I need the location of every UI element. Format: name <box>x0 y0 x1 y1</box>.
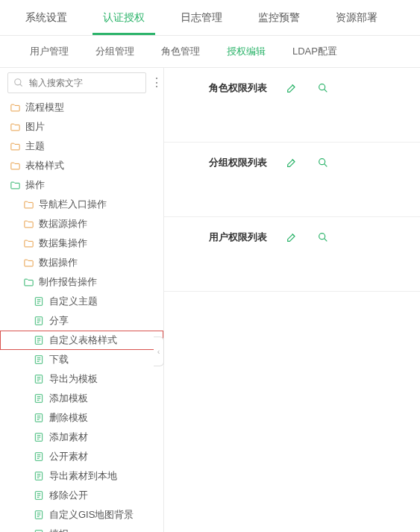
tree-item-label: 自定义主题 <box>49 295 98 308</box>
tree-file[interactable]: 自定义GIS地图背景 <box>0 505 163 525</box>
permission-title: 角色权限列表 <box>209 81 267 95</box>
more-icon[interactable]: ⋮ <box>151 77 163 89</box>
sidebar: ⋮ 流程模型图片主题表格样式操作导航栏入口操作数据源操作数据集操作数据操作制作报… <box>0 68 164 532</box>
tree-folder[interactable]: 图片 <box>0 117 163 137</box>
tree-folder[interactable]: 制作报告操作 <box>0 272 163 292</box>
tree-file[interactable]: 导出为模板 <box>0 369 163 389</box>
search-box[interactable] <box>7 72 146 93</box>
folder-closed-icon <box>22 237 34 249</box>
file-icon <box>33 295 45 307</box>
search-input[interactable] <box>29 78 141 88</box>
top-tab-0[interactable]: 系统设置 <box>15 0 78 35</box>
file-icon <box>33 470 45 482</box>
tree-file[interactable]: 删除模板 <box>0 408 163 428</box>
content-panel: 角色权限列表分组权限列表用户权限列表 <box>164 68 420 532</box>
tree-item-label: 数据操作 <box>39 256 78 269</box>
sub-tab-3[interactable]: 授权编辑 <box>227 45 266 58</box>
file-icon <box>33 412 45 424</box>
file-icon <box>33 354 45 366</box>
tree-item-label: 表格样式 <box>25 159 64 172</box>
tree-file[interactable]: 添加素材 <box>0 428 163 447</box>
tree-item-label: 数据集操作 <box>39 237 87 250</box>
svg-point-0 <box>15 79 21 85</box>
sub-tab-0[interactable]: 用户管理 <box>30 45 69 58</box>
permission-title: 分组权限列表 <box>209 156 267 169</box>
tree-file[interactable]: 自定义表格样式 <box>0 331 163 350</box>
tree-folder[interactable]: 数据源操作 <box>0 214 163 234</box>
tree-folder[interactable]: 导航栏入口操作 <box>0 195 163 214</box>
search-icon[interactable] <box>316 156 330 169</box>
folder-open-icon <box>9 179 21 191</box>
svg-line-1 <box>20 84 22 87</box>
tree-folder[interactable]: 主题 <box>0 137 163 156</box>
tree-item-label: 主题 <box>25 140 45 153</box>
folder-closed-icon <box>9 101 21 113</box>
tree-item-label: 导出为模板 <box>49 372 98 386</box>
sidebar-collapse-handle[interactable]: ‹ <box>154 337 164 366</box>
search-icon[interactable] <box>316 231 330 244</box>
sub-tab-4[interactable]: LDAP配置 <box>292 45 337 58</box>
svg-point-15 <box>319 84 325 90</box>
top-tabs: 系统设置认证授权日志管理监控预警资源部署 <box>0 0 420 36</box>
edit-icon[interactable] <box>285 156 298 169</box>
file-icon <box>33 315 45 327</box>
tree-folder[interactable]: 数据操作 <box>0 253 163 272</box>
tree-item-label: 流程模型 <box>25 101 64 114</box>
tree-item-label: 下载 <box>49 353 69 366</box>
svg-line-18 <box>325 164 327 167</box>
file-icon <box>33 528 45 532</box>
tree-folder[interactable]: 数据集操作 <box>0 234 163 253</box>
folder-closed-icon <box>22 257 34 269</box>
search-icon[interactable] <box>316 81 330 95</box>
sub-tab-1[interactable]: 分组管理 <box>95 45 134 58</box>
top-tab-1[interactable]: 认证授权 <box>93 0 155 35</box>
tree-folder[interactable]: 流程模型 <box>0 98 163 117</box>
file-icon <box>33 509 45 521</box>
file-icon <box>33 334 45 346</box>
permission-block: 分组权限列表 <box>164 143 420 217</box>
tree-item-label: 图片 <box>25 120 45 134</box>
tree-item-label: 制作报告操作 <box>39 275 97 289</box>
tree-item-label: 数据源操作 <box>39 217 87 231</box>
folder-closed-icon <box>9 160 21 172</box>
svg-point-19 <box>319 234 325 240</box>
tree-folder[interactable]: 操作 <box>0 175 163 195</box>
tree-file[interactable]: 分享 <box>0 311 163 331</box>
tree-item-label: 移除公开 <box>49 489 88 502</box>
folder-closed-icon <box>22 218 34 230</box>
tree-item-label: 填报 <box>49 528 69 532</box>
tree-item-label: 添加模板 <box>49 392 88 405</box>
folder-closed-icon <box>22 198 34 210</box>
svg-point-17 <box>319 159 325 165</box>
tree-file[interactable]: 添加模板 <box>0 389 163 408</box>
tree-item-label: 导航栏入口操作 <box>39 198 107 211</box>
tree-file[interactable]: 下载 <box>0 350 163 369</box>
permission-title: 用户权限列表 <box>209 231 267 244</box>
top-tab-3[interactable]: 监控预警 <box>248 0 310 35</box>
svg-line-16 <box>325 90 327 93</box>
tree-item-label: 删除模板 <box>49 411 88 425</box>
edit-icon[interactable] <box>285 81 298 95</box>
sub-tab-2[interactable]: 角色管理 <box>161 45 200 58</box>
file-icon <box>33 373 45 385</box>
permission-block: 用户权限列表 <box>164 217 420 292</box>
top-tab-4[interactable]: 资源部署 <box>325 0 388 35</box>
tree-file[interactable]: 导出素材到本地 <box>0 466 163 486</box>
file-icon <box>33 431 45 443</box>
resource-tree: 流程模型图片主题表格样式操作导航栏入口操作数据源操作数据集操作数据操作制作报告操… <box>0 98 163 532</box>
tree-file[interactable]: 公开素材 <box>0 447 163 466</box>
tree-folder[interactable]: 表格样式 <box>0 156 163 175</box>
tree-item-label: 自定义GIS地图背景 <box>49 508 134 522</box>
folder-closed-icon <box>9 140 21 152</box>
file-icon <box>33 489 45 501</box>
svg-line-20 <box>325 239 327 242</box>
file-icon <box>33 451 45 463</box>
edit-icon[interactable] <box>285 231 298 244</box>
tree-file[interactable]: 移除公开 <box>0 486 163 505</box>
folder-open-icon <box>22 276 34 288</box>
tree-item-label: 导出素材到本地 <box>49 469 117 483</box>
top-tab-2[interactable]: 日志管理 <box>170 0 233 35</box>
tree-file[interactable]: 自定义主题 <box>0 292 163 311</box>
tree-file[interactable]: 填报 <box>0 525 163 532</box>
tree-item-label: 公开素材 <box>49 450 88 463</box>
